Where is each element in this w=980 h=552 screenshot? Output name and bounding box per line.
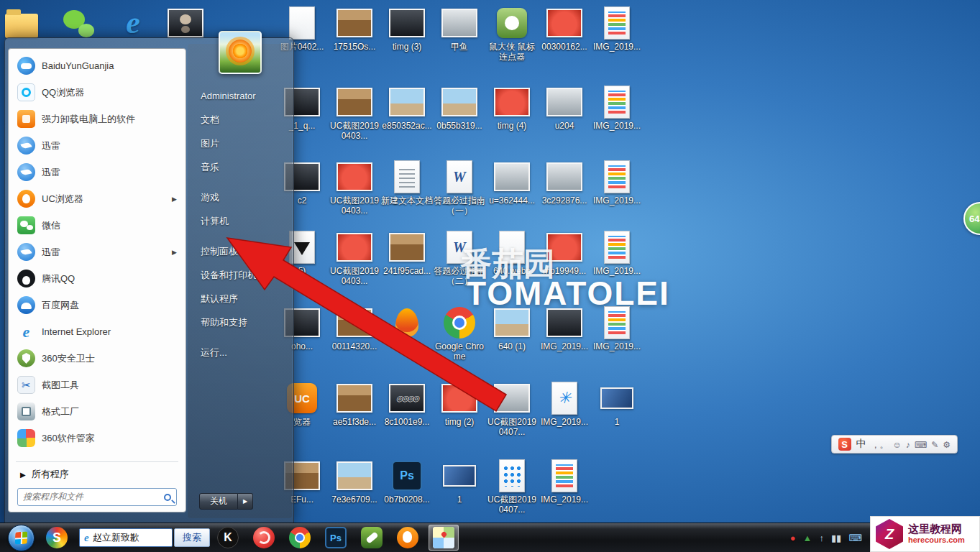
start-menu-item-internet-explorer[interactable]: eInternet Explorer bbox=[12, 318, 183, 345]
taskbar-app-photoshop[interactable]: Ps bbox=[321, 525, 351, 551]
desktop-icon-internet-explorer[interactable]: e bbox=[107, 6, 159, 40]
desktop-icon[interactable]: UC截图20190407... bbox=[486, 381, 538, 438]
taskbar-app-uc-browser[interactable] bbox=[393, 525, 423, 551]
desktop-icon[interactable]: 17515Os... bbox=[329, 6, 380, 52]
desktop-icon-folder[interactable] bbox=[0, 6, 47, 40]
taskbar-app-chrome[interactable] bbox=[285, 525, 315, 551]
desktop-icon[interactable]: 甲鱼 bbox=[434, 6, 485, 52]
desktop-icon[interactable]: IMG_2019... bbox=[591, 305, 643, 352]
start-right-item-user-name[interactable]: Administrator bbox=[188, 84, 292, 108]
desktop-icon[interactable]: u=362444... bbox=[486, 160, 538, 206]
start-menu-item-force-uninstall[interactable]: 强力卸载电脑上的软件 bbox=[12, 106, 183, 132]
start-menu-item-360-software-manager[interactable]: 360软件管家 bbox=[12, 425, 183, 451]
start-menu-item-thunder-3[interactable]: 迅雷▶ bbox=[12, 239, 183, 265]
start-right-item-computer[interactable]: 计算机 bbox=[188, 209, 292, 233]
tray-icon-input-keyboard[interactable]: ⌨ bbox=[848, 533, 862, 543]
desktop-icon[interactable]: 新建文本文档 bbox=[381, 160, 433, 206]
input-bar-tool-4[interactable]: ✎ bbox=[931, 440, 938, 450]
desktop-icon[interactable]: ◎◎◎◎8c1001e9... bbox=[381, 381, 433, 428]
desktop-icon[interactable]: Google Chrome bbox=[434, 305, 485, 362]
all-programs-item[interactable]: ▶ 所有程序 bbox=[12, 464, 183, 485]
start-menu-item-snipping-tool[interactable]: ✂截图工具 bbox=[12, 372, 183, 398]
tray-icon-security-tray[interactable]: ▲ bbox=[803, 533, 812, 543]
speed-ball-widget[interactable]: 64 bbox=[963, 202, 980, 235]
desktop-icon[interactable]: 鼠大侠 鼠标连点器 bbox=[486, 6, 538, 63]
input-bar-tool-3[interactable]: ⌨ bbox=[915, 440, 927, 450]
desktop-icon[interactable]: h... bbox=[381, 305, 433, 352]
start-right-item-documents[interactable]: 文档 bbox=[188, 108, 292, 132]
desktop-icon[interactable]: ae51f3de... bbox=[329, 381, 380, 428]
desktop-icon[interactable]: UC截图20190403... bbox=[329, 160, 380, 216]
desktop-icon[interactable]: 0b55b319... bbox=[434, 85, 485, 132]
taskbar-app-sogou-browser[interactable]: S bbox=[42, 525, 72, 551]
sogou-input-bar[interactable]: S 中 ，。☺♪⌨✎⚙ bbox=[831, 435, 958, 454]
start-menu-item-baidu-netdisk[interactable]: 百度网盘 bbox=[12, 292, 183, 318]
desktop-icon[interactable]: ✳IMG_2019... bbox=[539, 381, 590, 428]
desktop-icon[interactable]: timg (3) bbox=[381, 6, 433, 52]
start-right-item-help-and-support[interactable]: 帮助和支持 bbox=[188, 310, 292, 334]
desktop-icon[interactable]: UC截图20190403... bbox=[329, 85, 380, 142]
input-bar-tool-5[interactable]: ⚙ bbox=[943, 440, 951, 450]
desktop-icon-portrait-photo[interactable] bbox=[160, 6, 211, 40]
user-avatar[interactable] bbox=[219, 31, 262, 74]
desktop-icon[interactable]: e850352ac... bbox=[381, 85, 433, 132]
desktop-icon[interactable]: 1 bbox=[591, 381, 643, 428]
taskbar-app-map-window[interactable] bbox=[429, 525, 459, 551]
start-right-item-pictures[interactable]: 图片 bbox=[188, 132, 292, 155]
shutdown-options-arrow[interactable]: ▶ bbox=[238, 493, 253, 510]
desktop-icon[interactable]: 241f95cad... bbox=[381, 230, 433, 277]
start-menu-item-baiduyun-guanjia[interactable]: BaiduYunGuanjia bbox=[12, 52, 183, 79]
taskbar-search-box[interactable]: e 赵立新致歉 bbox=[79, 528, 173, 547]
desktop-icon[interactable]: 7e3e6709... bbox=[329, 459, 380, 505]
desktop-icon[interactable]: IMG_2019... bbox=[591, 230, 643, 277]
taskbar-app-k-app[interactable]: K bbox=[213, 525, 243, 551]
start-menu-item-wechat[interactable]: 微信 bbox=[12, 212, 183, 239]
start-button[interactable] bbox=[3, 523, 39, 552]
audi-photo-icon: ◎◎◎◎ bbox=[389, 384, 425, 413]
tray-icon-network[interactable]: ▮▮ bbox=[831, 533, 841, 543]
start-menu-item-uc-browser[interactable]: UC浏览器▶ bbox=[12, 185, 183, 212]
start-menu-item-qq-browser[interactable]: QQ浏览器 bbox=[12, 79, 183, 106]
input-bar-tool-1[interactable]: ☺ bbox=[893, 440, 902, 450]
desktop-icon[interactable]: Ps0b7b0208... bbox=[381, 459, 433, 505]
start-right-item-default-programs[interactable]: 默认程序 bbox=[188, 287, 292, 310]
tray-icon-sogou-tray[interactable]: ● bbox=[790, 533, 796, 543]
start-search-box[interactable]: 搜索程序和文件 bbox=[17, 488, 177, 506]
desktop-icon-wechat[interactable] bbox=[53, 6, 105, 40]
input-bar-tool-0[interactable]: ，。 bbox=[871, 440, 889, 450]
desktop-icon[interactable]: UC截图20190407... bbox=[486, 459, 538, 515]
start-menu-item-format-factory[interactable]: 格式工厂 bbox=[12, 398, 183, 425]
desktop-icon[interactable]: timg (2) bbox=[434, 381, 485, 428]
desktop-icon[interactable]: 3c292876... bbox=[539, 160, 590, 206]
taskbar-app-360-safe[interactable] bbox=[249, 525, 279, 551]
desktop-icon[interactable]: timg (4) bbox=[486, 85, 538, 132]
start-menu-item-360-safeguard[interactable]: 360安全卫士 bbox=[12, 345, 183, 372]
tray-icon-show-hidden[interactable]: ↑ bbox=[819, 533, 824, 543]
desktop-icon[interactable]: IMG_2019... bbox=[591, 85, 643, 132]
start-right-item-games[interactable]: 游戏 bbox=[188, 185, 292, 209]
taskbar-search-button[interactable]: 搜索 bbox=[174, 528, 210, 547]
desktop-icon[interactable]: 00300162... bbox=[539, 6, 590, 52]
start-menu-item-tencent-qq[interactable]: 腾讯QQ bbox=[12, 265, 183, 292]
desktop-icon[interactable]: W答题必过指南（一） bbox=[434, 160, 485, 216]
start-right-item-control-panel[interactable]: 控制面板 bbox=[188, 239, 292, 263]
desktop-icon[interactable]: 640 (1) bbox=[486, 305, 538, 352]
shutdown-button[interactable]: 关机 bbox=[199, 493, 238, 510]
desktop-icon[interactable]: IMG_2019... bbox=[591, 6, 643, 52]
desktop-icon[interactable]: 1 bbox=[434, 459, 485, 505]
360-safe-icon bbox=[253, 527, 275, 548]
start-right-item-run[interactable]: 运行... bbox=[188, 341, 292, 364]
taskbar-app-capsule-app[interactable] bbox=[357, 525, 387, 551]
start-menu-item-thunder-2[interactable]: 迅雷 bbox=[12, 159, 183, 185]
desktop-icon[interactable]: 00114320... bbox=[329, 305, 380, 352]
input-mode-indicator[interactable]: 中 bbox=[856, 438, 866, 451]
input-bar-tool-2[interactable]: ♪ bbox=[906, 440, 910, 450]
desktop-icon[interactable]: UC截图20190403... bbox=[329, 230, 380, 287]
desktop-icon[interactable]: IMG_2019... bbox=[539, 459, 590, 505]
desktop-icon[interactable]: u204 bbox=[539, 85, 590, 132]
start-menu-item-thunder-1[interactable]: 迅雷 bbox=[12, 132, 183, 159]
desktop-icon[interactable]: IMG_2019... bbox=[539, 305, 590, 352]
start-right-item-devices-and-printers[interactable]: 设备和打印机 bbox=[188, 263, 292, 287]
desktop-icon[interactable]: IMG_2019... bbox=[591, 160, 643, 206]
start-right-item-music[interactable]: 音乐 bbox=[188, 155, 292, 179]
